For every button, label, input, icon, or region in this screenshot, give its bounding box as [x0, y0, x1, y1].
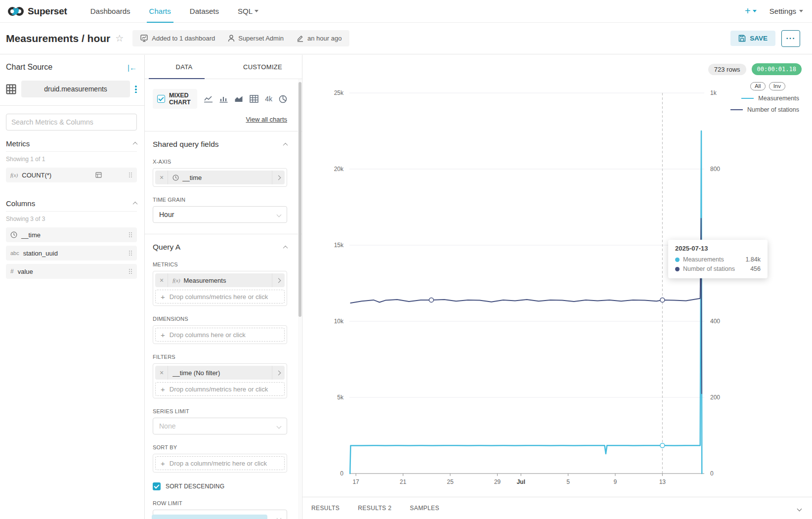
- new-button[interactable]: +: [745, 5, 757, 17]
- series-limit-select[interactable]: None: [153, 418, 287, 434]
- view-all-charts-link[interactable]: View all charts: [153, 116, 287, 123]
- filters-dropzone[interactable]: + Drop columns/metrics here or click: [155, 382, 285, 396]
- time-grain-select[interactable]: Hour: [153, 206, 287, 223]
- dataset-name[interactable]: druid.measurements: [21, 81, 130, 97]
- dashboard-icon: [140, 35, 148, 42]
- nav-item-datasets[interactable]: Datasets: [180, 0, 228, 22]
- drag-handle-icon[interactable]: [128, 232, 132, 238]
- viz-type-mixed-chart[interactable]: MIXED CHART: [153, 89, 197, 109]
- chevron-down-icon: [277, 516, 282, 519]
- remove-icon[interactable]: ×: [155, 173, 168, 181]
- chart-header: Measurements / hour ☆ Added to 1 dashboa…: [0, 23, 812, 54]
- filter-field-time[interactable]: × __time (No filter): [155, 366, 285, 380]
- metric-item-count[interactable]: f(x) COUNT(*): [6, 168, 137, 182]
- metrics-count: Showing 1 of 1: [6, 156, 137, 163]
- nav-item-sql[interactable]: SQL: [228, 0, 268, 22]
- columns-count: Showing 3 of 3: [6, 216, 137, 222]
- line-chart-icon[interactable]: [204, 95, 213, 103]
- tooltip-row-measurements: Measurements 1.84k: [675, 256, 761, 263]
- legend-all-button[interactable]: All: [750, 82, 766, 90]
- dataset-options-kebab-icon[interactable]: [135, 85, 137, 93]
- chart-area: 723 rows 00:00:01.18 All Inv Measurement…: [302, 55, 812, 519]
- legend-inv-button[interactable]: Inv: [769, 82, 785, 90]
- chart-source-title: Chart Source: [6, 63, 52, 72]
- expand-field-icon[interactable]: [272, 273, 285, 287]
- chevron-up-icon[interactable]: [133, 202, 138, 207]
- dashboards-badge[interactable]: Added to 1 dashboard: [140, 35, 215, 42]
- legend-swatch: [730, 109, 743, 110]
- metric-detail-icon: [95, 172, 102, 178]
- superset-logo[interactable]: Superset: [7, 0, 67, 22]
- column-item-value[interactable]: # value: [6, 264, 137, 279]
- more-options-button[interactable]: ···: [781, 30, 800, 47]
- dimensions-dropzone[interactable]: + Drop columns here or click: [155, 328, 285, 342]
- expand-field-icon[interactable]: [272, 171, 285, 184]
- sort-descending-checkbox[interactable]: SORT DESCENDING: [153, 482, 287, 490]
- nav-items: Dashboards Charts Datasets SQL: [81, 0, 268, 22]
- metrics-dropzone[interactable]: + Drop columns/metrics here or click: [155, 290, 285, 303]
- chart-tooltip: 2025-07-13 Measurements 1.84k Number of …: [668, 240, 768, 278]
- plus-icon: +: [161, 331, 165, 339]
- expand-field-icon[interactable]: [272, 366, 285, 380]
- pie-chart-icon[interactable]: [279, 95, 287, 103]
- remove-icon[interactable]: ×: [155, 369, 168, 377]
- tab-results[interactable]: RESULTS: [311, 505, 340, 512]
- chevron-up-icon[interactable]: [133, 142, 138, 147]
- svg-text:0: 0: [340, 470, 343, 477]
- save-button[interactable]: SAVE: [730, 31, 775, 46]
- columns-section-title: Columns: [6, 199, 35, 208]
- plus-icon: +: [161, 293, 165, 301]
- collapse-panel-icon[interactable]: |←: [128, 63, 137, 72]
- chevron-up-icon[interactable]: [283, 142, 288, 147]
- collapse-results-icon[interactable]: [798, 504, 803, 513]
- favorite-star-icon[interactable]: ☆: [115, 33, 124, 44]
- svg-text:800: 800: [710, 166, 720, 173]
- settings-menu[interactable]: Settings: [769, 7, 803, 15]
- metric-field-measurements[interactable]: × f(x) Measurements: [155, 273, 285, 287]
- last-modified-badge[interactable]: an hour ago: [297, 35, 342, 42]
- column-item-time[interactable]: __time: [6, 227, 137, 242]
- query-timer-badge: 00:00:01.18: [752, 63, 802, 75]
- legend-item-number-of-stations[interactable]: Number of stations: [730, 106, 799, 113]
- text-type-icon: abc: [10, 250, 19, 256]
- table-icon[interactable]: [250, 95, 258, 103]
- plus-icon: +: [161, 459, 165, 468]
- tab-data[interactable]: DATA: [145, 55, 223, 79]
- sort-by-dropzone[interactable]: + Drop a column/metric here or click: [155, 456, 285, 470]
- svg-text:15k: 15k: [334, 242, 344, 249]
- tab-results-2[interactable]: RESULTS 2: [358, 505, 391, 512]
- caret-down-icon: [255, 10, 258, 12]
- svg-text:13: 13: [659, 478, 666, 485]
- tab-samples[interactable]: SAMPLES: [410, 505, 439, 512]
- drag-handle-icon[interactable]: [128, 172, 132, 178]
- x-axis-field[interactable]: × __time: [155, 171, 285, 184]
- legend-item-measurements[interactable]: Measurements: [741, 95, 799, 102]
- remove-icon[interactable]: ×: [155, 276, 168, 284]
- sort-by-label: SORT BY: [153, 444, 287, 450]
- chevron-down-icon: [277, 212, 282, 217]
- nav-item-dashboards[interactable]: Dashboards: [81, 0, 140, 22]
- chevron-up-icon[interactable]: [283, 245, 288, 250]
- bar-chart-icon[interactable]: [219, 95, 228, 103]
- area-chart-icon[interactable]: [234, 95, 243, 103]
- control-panel: DATA CUSTOMIZE MIXED CHART 4k View all c: [145, 55, 302, 519]
- svg-text:10k: 10k: [334, 318, 344, 325]
- chart-legend: All Inv Measurements Number of stations: [730, 82, 799, 113]
- tab-customize[interactable]: CUSTOMIZE: [223, 55, 302, 79]
- dataset-table-icon: [6, 84, 16, 94]
- drag-handle-icon[interactable]: [128, 268, 132, 274]
- owner-badge[interactable]: Superset Admin: [228, 35, 284, 42]
- svg-text:400: 400: [710, 318, 720, 325]
- viz-4k-icon[interactable]: 4k: [265, 95, 272, 103]
- checked-checkbox-icon: [153, 482, 161, 490]
- function-icon: f(x): [172, 277, 180, 283]
- clock-icon: [172, 174, 179, 181]
- dimensions-label: DIMENSIONS: [153, 316, 287, 322]
- checked-checkbox-icon: [157, 95, 165, 103]
- search-metrics-input[interactable]: [6, 114, 137, 130]
- column-item-station-uuid[interactable]: abc station_uuid: [6, 246, 137, 260]
- svg-text:29: 29: [494, 478, 501, 485]
- drag-handle-icon[interactable]: [128, 250, 132, 256]
- scrollbar-thumb[interactable]: [299, 82, 301, 317]
- nav-item-charts[interactable]: Charts: [140, 0, 180, 22]
